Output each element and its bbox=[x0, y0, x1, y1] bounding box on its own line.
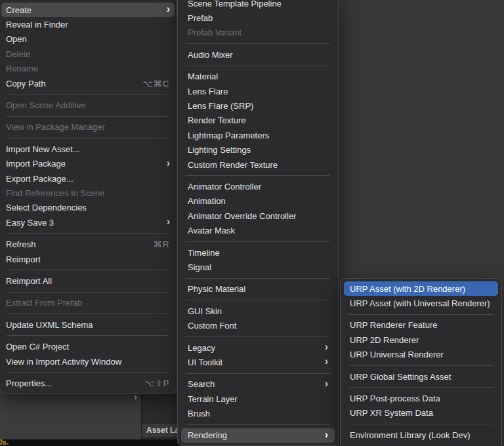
menu-item-label: URP Post-process Data bbox=[350, 394, 440, 403]
inspector-preview-strip: Asset La bbox=[141, 393, 177, 446]
menu-item-label: Physic Material bbox=[188, 284, 245, 294]
menu-item-label: Import Package bbox=[6, 159, 66, 169]
menu-item-scene-template-pipeline[interactable]: Scene Template Pipeline bbox=[181, 0, 335, 10]
menu-item-label: Export Package... bbox=[6, 174, 74, 184]
menu-item-label: Custom Font bbox=[188, 321, 236, 331]
preview-panel: › bbox=[0, 393, 141, 439]
menu-item-label: Update UXML Schema bbox=[6, 320, 93, 330]
menu-item-urp-renderer-feature[interactable]: URP Renderer Feature bbox=[344, 318, 498, 333]
menu-item-lightmap-parameters[interactable]: Lightmap Parameters bbox=[181, 128, 335, 142]
status-bar[interactable]: 0s. bbox=[0, 439, 184, 446]
menu-item-label: Refresh bbox=[6, 239, 36, 249]
menu-item-label: Easy Save 3 bbox=[6, 218, 54, 228]
menu-item-find-references-in-scene: Find References In Scene bbox=[1, 186, 175, 200]
menu-item-label: Open bbox=[6, 34, 27, 44]
menu-item-timeline[interactable]: Timeline bbox=[181, 245, 335, 260]
submenu-chevron-icon: › bbox=[317, 356, 328, 367]
menu-separator bbox=[186, 241, 330, 242]
shortcut-label: ⌥⌘C bbox=[135, 79, 170, 89]
menu-item-prefab-variant: Prefab Variant bbox=[181, 26, 335, 40]
menu-item-urp-global-settings-asset[interactable]: URP Global Settings Asset bbox=[344, 369, 498, 384]
menu-item-label: URP Asset (with 2D Renderer) bbox=[350, 284, 465, 294]
menu-item-import-new-asset[interactable]: Import New Asset... bbox=[1, 142, 175, 156]
menu-item-legacy[interactable]: Legacy› bbox=[181, 340, 335, 355]
menu-item-lens-flare-srp[interactable]: Lens Flare (SRP) bbox=[181, 98, 335, 113]
menu-item-delete: Delete bbox=[1, 47, 175, 61]
menu-item-lens-flare[interactable]: Lens Flare bbox=[181, 84, 335, 98]
expand-chevron-icon[interactable]: › bbox=[134, 392, 137, 401]
menu-separator bbox=[7, 335, 169, 336]
menu-item-prefab[interactable]: Prefab bbox=[181, 10, 335, 25]
menu-item-lighting-settings[interactable]: Lighting Settings bbox=[181, 143, 335, 157]
menu-item-easy-save-3[interactable]: Easy Save 3› bbox=[1, 215, 175, 230]
shortcut-label: ⌘R bbox=[146, 239, 170, 249]
menu-item-label: Select Dependencies bbox=[6, 203, 87, 213]
menu-item-animator-controller[interactable]: Animator Controller bbox=[181, 179, 335, 193]
menu-item-label: Extract From Prefab bbox=[6, 298, 82, 308]
menu-item-custom-font[interactable]: Custom Font bbox=[181, 318, 335, 333]
menu-item-label: Rendering bbox=[188, 430, 227, 440]
menu-item-urp-asset-with-universal-renderer[interactable]: URP Asset (with Universal Renderer) bbox=[344, 296, 498, 310]
menu-item-environment-library-look-dev[interactable]: Environment Library (Look Dev) bbox=[344, 428, 498, 442]
menu-item-audio-mixer[interactable]: Audio Mixer bbox=[181, 47, 335, 62]
submenu-chevron-icon: › bbox=[159, 216, 170, 227]
menu-item-export-package[interactable]: Export Package... bbox=[1, 171, 175, 186]
menu-item-label: Create bbox=[6, 5, 32, 15]
menu-item-refresh[interactable]: Refresh⌘R bbox=[1, 237, 175, 251]
asset-labels-bar[interactable]: Asset La bbox=[142, 423, 178, 437]
menu-item-ui-toolkit[interactable]: UI Toolkit› bbox=[181, 355, 335, 369]
menu-item-avatar-mask[interactable]: Avatar Mask bbox=[181, 223, 335, 237]
menu-item-open-c-project[interactable]: Open C# Project bbox=[1, 339, 175, 354]
menu-item-animator-override-controller[interactable]: Animator Override Controller bbox=[181, 209, 335, 223]
menu-item-urp-post-process-data[interactable]: URP Post-process Data bbox=[344, 391, 498, 405]
menu-item-rendering[interactable]: Rendering› bbox=[181, 428, 335, 443]
menu-separator bbox=[186, 278, 330, 279]
menu-item-open[interactable]: Open bbox=[1, 32, 175, 47]
menu-item-update-uxml-schema[interactable]: Update UXML Schema bbox=[1, 317, 175, 332]
submenu-chevron-icon: › bbox=[317, 342, 328, 352]
menu-item-label: URP Global Settings Asset bbox=[350, 372, 451, 382]
menu-item-animation[interactable]: Animation bbox=[181, 194, 335, 209]
menu-item-properties[interactable]: Properties...⌥⇧P bbox=[1, 376, 175, 390]
menu-item-copy-path[interactable]: Copy Path⌥⌘C bbox=[1, 76, 175, 91]
menu-item-label: View in Package Manager bbox=[6, 122, 105, 132]
menu-item-label: URP 2D Renderer bbox=[350, 335, 419, 345]
menu-item-label: Animation bbox=[188, 196, 226, 206]
menu-item-create[interactable]: Create› bbox=[1, 3, 175, 17]
menu-item-label: Timeline bbox=[188, 248, 220, 258]
menu-item-rename: Rename bbox=[1, 62, 175, 76]
menu-item-render-texture[interactable]: Render Texture bbox=[181, 113, 335, 128]
menu-item-search[interactable]: Search› bbox=[181, 377, 335, 392]
menu-item-urp-2d-renderer[interactable]: URP 2D Renderer bbox=[344, 333, 498, 347]
menu-item-reimport[interactable]: Reimport bbox=[1, 252, 175, 266]
menu-item-open-scene-additive: Open Scene Additive bbox=[1, 98, 175, 112]
menu-item-label: Lens Flare (SRP) bbox=[188, 101, 253, 111]
menu-item-physic-material[interactable]: Physic Material bbox=[181, 282, 335, 296]
menu-item-reveal-in-finder[interactable]: Reveal in Finder bbox=[1, 17, 175, 31]
submenu-chevron-icon: › bbox=[317, 378, 328, 389]
menu-item-label: Search bbox=[188, 379, 215, 389]
menu-item-urp-asset-with-2d-renderer[interactable]: URP Asset (with 2D Renderer) bbox=[344, 281, 498, 296]
menu-item-gui-skin[interactable]: GUI Skin bbox=[181, 304, 335, 318]
menu-item-reimport-all[interactable]: Reimport All bbox=[1, 274, 175, 288]
menu-separator bbox=[186, 175, 330, 176]
menu-item-import-package[interactable]: Import Package› bbox=[1, 157, 175, 171]
menu-item-view-in-import-activity-window[interactable]: View in Import Activity Window bbox=[1, 354, 175, 369]
menu-item-label: Reimport bbox=[6, 254, 41, 264]
menu-item-custom-render-texture[interactable]: Custom Render Texture bbox=[181, 157, 335, 172]
menu-item-label: URP XR System Data bbox=[350, 408, 433, 418]
menu-item-label: Custom Render Texture bbox=[188, 160, 278, 170]
menu-item-material[interactable]: Material bbox=[181, 70, 335, 84]
menu-item-signal[interactable]: Signal bbox=[181, 260, 335, 274]
menu-item-brush[interactable]: Brush bbox=[181, 406, 335, 420]
menu-item-select-dependencies[interactable]: Select Dependencies bbox=[1, 201, 175, 215]
menu-item-terrain-layer[interactable]: Terrain Layer bbox=[181, 392, 335, 406]
menu-separator bbox=[7, 372, 169, 373]
create-submenu: Scene Template PipelinePrefabPrefab Vari… bbox=[177, 0, 339, 446]
menu-item-urp-universal-renderer[interactable]: URP Universal Renderer bbox=[344, 348, 498, 362]
menu-item-urp-xr-system-data[interactable]: URP XR System Data bbox=[344, 406, 498, 420]
menu-item-label: Reimport All bbox=[6, 276, 52, 286]
menu-separator bbox=[7, 292, 169, 293]
menu-separator bbox=[7, 270, 169, 270]
menu-separator bbox=[186, 336, 330, 337]
